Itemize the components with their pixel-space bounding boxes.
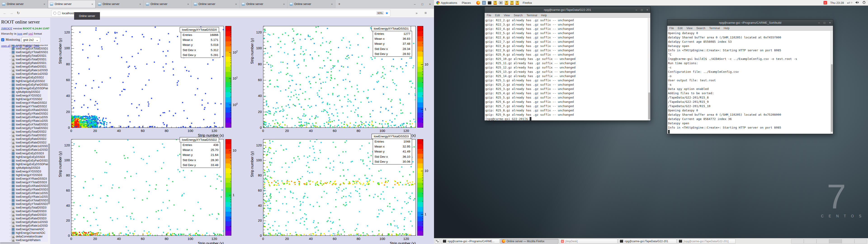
tree-item[interactable]: lowEnergyEyRate1sDSSD1	[0, 68, 48, 72]
task-button[interactable]: npg@carme-gsi:~/Programs/CARME...	[441, 239, 500, 244]
tree-item[interactable]: lowEnergyExXTotalDSSD1	[0, 47, 48, 50]
tree-item[interactable]: lowEnergyEyRate1sDSSD2	[0, 144, 48, 148]
jsroot-link[interactable]: JSROOT	[1, 27, 12, 30]
tree-item[interactable]: lowEnergyEyTotalDSSD1	[0, 54, 48, 58]
menu-edit[interactable]: Edit	[495, 14, 500, 17]
tab[interactable]: Online server×	[48, 0, 96, 8]
tree-item[interactable]: highEnergyXYDSSD3	[0, 173, 48, 177]
tree-item[interactable]: lowEnergyEyRateDSSD3	[0, 213, 48, 217]
tree-item[interactable]: lowEnergyExXRateDSSD3	[0, 184, 48, 188]
tree-item[interactable]: lowEnergyExTotalDSSD3	[0, 209, 48, 213]
overflow-icon[interactable]: »	[413, 11, 420, 15]
sidebar-hscrollbar[interactable]	[0, 242, 50, 244]
tree-item[interactable]: lowEnergyExRate1sDSSD3	[0, 224, 48, 227]
workspace-cell[interactable]	[804, 239, 816, 244]
menu-file[interactable]: File	[487, 14, 491, 17]
maximize-icon[interactable]: □	[824, 21, 825, 24]
tab[interactable]: Online server×	[192, 0, 240, 8]
menu-edit[interactable]: Edit	[678, 27, 683, 30]
maximize-icon[interactable]: □	[422, 2, 423, 6]
tree-item[interactable]: lowEnergyXYTotalDSSD2	[0, 104, 48, 108]
tab-close-icon[interactable]: ×	[187, 2, 189, 6]
tree-item[interactable]: lowEnergyXYDSSD2	[0, 94, 48, 97]
applications-menu[interactable]: Applications	[434, 0, 460, 6]
minimize-icon[interactable]: –	[636, 8, 637, 11]
tree-item[interactable]: xyMultiplicityDSSD3	[0, 166, 48, 170]
workspace-cell[interactable]	[816, 239, 829, 244]
tree-item[interactable]: lowEnergyExXRateDSSD2	[0, 108, 48, 112]
url-text[interactable]: localhost:8085	[62, 11, 375, 15]
tree-item[interactable]: deltaCorrelationScaler	[0, 235, 48, 238]
midas-launcher-icon[interactable]: M	[505, 1, 508, 5]
tree-item[interactable]: highEnergyExEyDSSD3	[0, 155, 48, 159]
close-icon[interactable]: ×	[647, 8, 648, 11]
tree-item[interactable]: highEnergyExEyDSSDPair2	[0, 87, 48, 90]
workspace-cell[interactable]	[855, 239, 867, 244]
tab[interactable]: Online server×	[287, 0, 336, 8]
scrollbar-thumb[interactable]	[48, 144, 50, 205]
active-app-label[interactable]: Firefox	[523, 1, 532, 4]
tree-item[interactable]: highEnergyExEyDSSD2	[0, 79, 48, 83]
midas-launcher-icon[interactable]: M	[516, 1, 519, 5]
screenshot-launcher-icon[interactable]	[499, 1, 503, 4]
tree-item[interactable]: lowEnergyExRateDSSD3	[0, 217, 48, 220]
tree-item[interactable]: lowEnergyExTotalDSSD1	[0, 58, 48, 61]
network-icon[interactable]: ?	[847, 1, 852, 4]
tree-item[interactable]: lowEnergyEyTotalDSSD2	[0, 130, 48, 133]
tab-close-icon[interactable]: ×	[139, 2, 142, 6]
tab[interactable]: Online server×	[144, 0, 192, 8]
terminal-scrollbar[interactable]	[648, 18, 650, 120]
minimize-icon[interactable]: –	[414, 2, 415, 6]
minimize-icon[interactable]: –	[818, 21, 820, 24]
back-icon[interactable]: ←	[1, 11, 8, 15]
tree-item[interactable]: lowEnergyEyYRate1sDSSD3	[0, 195, 48, 199]
tree-item[interactable]: lowEnergyHitPattern	[0, 238, 48, 242]
tree-item[interactable]: lowEnergyExEyPairDSSD3	[0, 159, 48, 162]
menu-search[interactable]: Search	[514, 14, 523, 17]
tree-item[interactable]: lowEnergyExRate1sDSSD2	[0, 148, 48, 152]
task-button[interactable]: »[AnyDesk]	[559, 239, 618, 244]
tree-item[interactable]: lowEnergyExRateDSSD1	[0, 65, 48, 68]
power-icon[interactable]	[862, 1, 866, 5]
scrollbar-thumb[interactable]	[831, 64, 833, 132]
tab-close-icon[interactable]: ×	[91, 2, 94, 6]
midas-launcher-icon[interactable]: M	[493, 1, 497, 5]
task-button[interactable]: npg@carme-gsi:/TapeData/G22-201	[618, 239, 677, 244]
tree-item[interactable]: lowEnergyEyRateDSSD1	[0, 61, 48, 65]
tree-item[interactable]: lowEnergyEyYTotalDSSD3	[0, 202, 48, 206]
volume-muted-icon[interactable]	[855, 1, 859, 5]
show-desktop-icon[interactable]	[435, 239, 440, 244]
workspace-cell[interactable]	[791, 239, 804, 244]
tab[interactable]: Online server×	[240, 0, 287, 8]
tree-item[interactable]: lowEnergyExXRate1sDSSD2	[0, 116, 48, 119]
tree-item[interactable]: lowEnergyExEyDSSD2	[0, 76, 48, 79]
tree-item[interactable]: lowEnergyExRate1sDSSD1	[0, 72, 48, 76]
close-icon[interactable]: ×	[829, 21, 831, 24]
tree-item[interactable]: lowEnergyXYDSSD3	[0, 170, 48, 173]
monitoring-checkbox[interactable]: ✓	[1, 38, 4, 41]
json-link[interactable]: json	[17, 32, 22, 35]
tree-item[interactable]: lowEnergyXYRateDSSD2	[0, 101, 48, 104]
tree-item[interactable]: lowEnergyEyYRate1sDSSD2	[0, 119, 48, 123]
firefox-launcher-icon[interactable]	[476, 1, 480, 5]
task-button[interactable]: [npg@carme-gsi:/TapeData/G22-201]	[677, 239, 736, 244]
xml-link[interactable]: xml	[28, 32, 33, 35]
tree-item[interactable]: highEnergyExEyDSSDPair3	[0, 162, 48, 166]
tree-item[interactable]: lowEnergyEyYTotalDSSD1	[0, 50, 48, 54]
menu-view[interactable]: View	[504, 14, 510, 17]
maximize-icon[interactable]: □	[641, 8, 643, 11]
menu-file[interactable]: File	[669, 27, 674, 30]
menu-help[interactable]: Help	[723, 27, 730, 30]
tab-close-icon[interactable]: ×	[43, 2, 46, 6]
tree-item[interactable]: lowEnergyXYTotalDSSD3	[0, 181, 48, 184]
tree-item[interactable]: lowEnergyExRateDSSD2	[0, 141, 48, 144]
tree-item[interactable]: lowEnergyExXTotalDSSD3	[0, 199, 48, 202]
tab[interactable]: Online server×	[0, 0, 48, 8]
new-tab-button[interactable]: +	[336, 0, 343, 8]
tab[interactable]: Online server×	[96, 0, 144, 8]
site-identity-icon[interactable]	[53, 12, 56, 15]
menu-search[interactable]: Search	[696, 27, 706, 30]
anydesk-tray-icon[interactable]: »	[824, 1, 827, 4]
tree-item[interactable]: lowEnergyExXTotalDSSD2	[0, 123, 48, 126]
tree-item[interactable]: lowEnergyExEyPairDSSD2	[0, 83, 48, 87]
